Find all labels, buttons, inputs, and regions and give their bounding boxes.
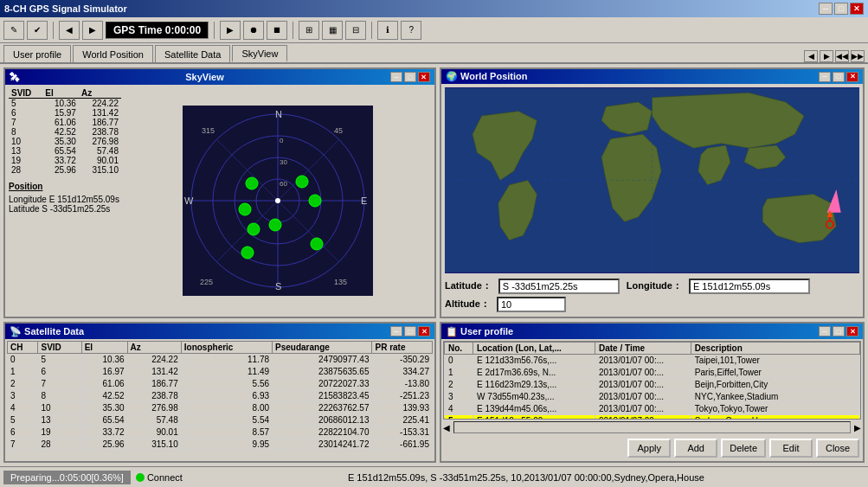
delete-button[interactable]: Delete: [721, 439, 766, 458]
apply-button[interactable]: Apply: [627, 439, 671, 458]
close-profile-button[interactable]: Close: [816, 439, 859, 458]
cell-iono: 11.78: [181, 354, 272, 366]
lon-input[interactable]: [689, 279, 810, 294]
userprofile-icon: 📋: [446, 326, 458, 336]
tab-skyview[interactable]: SkyView: [232, 45, 287, 62]
userprofile-minimize[interactable]: ─: [819, 326, 831, 336]
skyview-maximize[interactable]: □: [404, 72, 416, 82]
skyview-icon: 🛰: [10, 72, 19, 82]
lat-input[interactable]: [498, 279, 620, 294]
tab-nav-1[interactable]: ◀: [804, 50, 818, 62]
cell-location: E 2d17m36.69s, N...: [473, 367, 595, 379]
toolbar-btn-play[interactable]: ▶: [220, 21, 241, 40]
satdata-row[interactable]: 2 7 61.06 186.77 5.56 20722027.33 -13.80: [8, 378, 433, 390]
toolbar-btn-back[interactable]: ◀: [59, 21, 80, 40]
satdata-row[interactable]: 5 13 65.54 57.48 5.54 20686012.13 225.41: [8, 414, 433, 426]
col-location: Location (Lon, Lat,...: [473, 343, 595, 355]
skyview-cell-el: 61.06: [42, 118, 79, 127]
profile-scroll-left[interactable]: ◀: [443, 423, 450, 433]
satdata-row[interactable]: 7 28 25.96 315.10 9.95 23014241.72 -661.…: [8, 439, 433, 451]
cell-ch: 7: [8, 439, 38, 451]
skyview-content: SVID El Az 5 10.36 224.226 15.97 131.427: [5, 85, 434, 317]
cell-svid: 8: [38, 390, 81, 402]
skyview-cell-az: 315.10: [79, 165, 121, 175]
profile-row[interactable]: 2 E 116d23m29.13s,... 2013/01/07 00:... …: [445, 379, 860, 391]
skyview-cell-svid: 10: [9, 137, 42, 146]
cell-ch: 2: [8, 378, 38, 390]
alt-input[interactable]: [497, 297, 566, 312]
satdata-content[interactable]: CH SVID El Az Ionospheric Pseudarange PR…: [5, 339, 434, 461]
satdata-close[interactable]: ✕: [418, 326, 430, 336]
satdata-row[interactable]: 4 10 35.30 276.98 8.00 22263762.57 139.9…: [8, 402, 433, 414]
satdata-row[interactable]: 1 6 16.97 131.42 11.49 23875635.65 334.2…: [8, 366, 433, 378]
toolbar-btn-col[interactable]: ▦: [322, 21, 343, 40]
toolbar-btn-sat[interactable]: ⊟: [345, 21, 366, 40]
toolbar-btn-help[interactable]: ?: [401, 21, 421, 40]
profile-row[interactable]: 4 E 139d44m45.06s,... 2013/01/07 00:... …: [445, 403, 860, 415]
toolbar-btn-stop[interactable]: ⏹: [267, 21, 287, 40]
connect-label[interactable]: Connect: [147, 472, 183, 483]
userprofile-close[interactable]: ✕: [846, 326, 858, 336]
toolbar-btn-rec[interactable]: ⏺: [243, 21, 264, 40]
cell-az: 90.01: [127, 426, 181, 439]
satdata-row[interactable]: 6 19 33.72 90.01 8.57 22822104.70 -153.3…: [8, 426, 433, 439]
cell-desc: Tokyo,Tokyo,Tower: [691, 403, 859, 415]
profile-scroll-right[interactable]: ▶: [854, 423, 861, 433]
cell-location: W 73d55m40.23s,...: [473, 391, 595, 403]
svg-point-21: [311, 238, 323, 250]
tab-world-position[interactable]: World Position: [73, 45, 153, 62]
lat-label: Latitude：: [445, 279, 492, 292]
satdata-row[interactable]: 0 5 10.36 224.22 11.78 24790977.43 -350.…: [8, 354, 433, 366]
satdata-row[interactable]: 3 8 42.52 238.78 6.93 21583823.45 -251.2…: [8, 390, 433, 402]
tab-nav-3[interactable]: ◀◀: [835, 50, 849, 62]
profile-table-container[interactable]: No. Location (Lon, Lat,... Date / Time D…: [443, 341, 861, 420]
toolbar-btn-fwd[interactable]: ▶: [82, 21, 103, 40]
lon-label: Longitude：: [627, 279, 682, 292]
toolbar-btn-2[interactable]: ✔: [27, 21, 48, 40]
close-button[interactable]: ✕: [850, 3, 864, 15]
minimize-button[interactable]: ─: [819, 3, 833, 15]
cell-ch: 1: [8, 366, 38, 378]
worldpos-maximize[interactable]: □: [833, 72, 845, 82]
skyview-cell-el: 15.97: [42, 108, 79, 118]
cell-pseudo: 22263762.57: [273, 402, 372, 414]
maximize-button[interactable]: □: [834, 3, 848, 15]
svg-point-26: [309, 195, 321, 207]
cell-location: E 139d44m45.06s,...: [473, 403, 595, 415]
tab-user-profile[interactable]: User profile: [3, 45, 71, 62]
skyview-minimize[interactable]: ─: [390, 72, 402, 82]
cell-no: 3: [445, 391, 473, 403]
profile-row[interactable]: 0 E 121d33m56.76s,... 2013/01/07 00:... …: [445, 355, 860, 367]
tab-nav-2[interactable]: ▶: [820, 50, 833, 62]
cell-location: E 121d33m56.76s,...: [473, 355, 595, 367]
skyview-close[interactable]: ✕: [418, 72, 430, 82]
satdata-minimize[interactable]: ─: [390, 326, 402, 336]
worldpos-minimize[interactable]: ─: [819, 72, 831, 82]
skyview-row: 5 10.36 224.22: [9, 99, 121, 109]
profile-header-row: No. Location (Lon, Lat,... Date / Time D…: [445, 343, 860, 355]
cell-prrate: -13.80: [372, 378, 433, 390]
cell-no: 0: [445, 355, 473, 367]
cell-pseudo: 21583823.45: [273, 390, 372, 402]
toolbar-btn-grid[interactable]: ⊞: [299, 21, 319, 40]
edit-button[interactable]: Edit: [769, 439, 813, 458]
skyview-cell-svid: 8: [9, 127, 42, 137]
add-button[interactable]: Add: [674, 439, 717, 458]
cell-az: 131.42: [127, 366, 181, 378]
userprofile-maximize[interactable]: □: [833, 326, 845, 336]
skyview-cell-az: 238.78: [79, 127, 121, 137]
skyview-row: 28 25.96 315.10: [9, 165, 121, 175]
cell-datetime: 2013/01/07 00:...: [595, 379, 691, 391]
skyview-cell-el: 42.52: [42, 127, 79, 137]
tab-nav-4[interactable]: ▶▶: [851, 50, 865, 62]
cell-el: 61.06: [81, 378, 127, 390]
svg-text:0: 0: [280, 137, 284, 144]
toolbar-btn-1[interactable]: ✎: [3, 21, 24, 40]
profile-row[interactable]: 1 E 2d17m36.69s, N... 2013/01/07 00:... …: [445, 367, 860, 379]
satdata-maximize[interactable]: □: [404, 326, 416, 336]
profile-scrollbar[interactable]: [453, 421, 851, 433]
worldpos-close[interactable]: ✕: [846, 72, 858, 82]
profile-row[interactable]: 3 W 73d55m40.23s,... 2013/01/07 00:... N…: [445, 391, 860, 403]
tab-satellite-data[interactable]: Satellite Data: [155, 45, 230, 62]
toolbar-btn-info[interactable]: ℹ: [377, 21, 398, 40]
